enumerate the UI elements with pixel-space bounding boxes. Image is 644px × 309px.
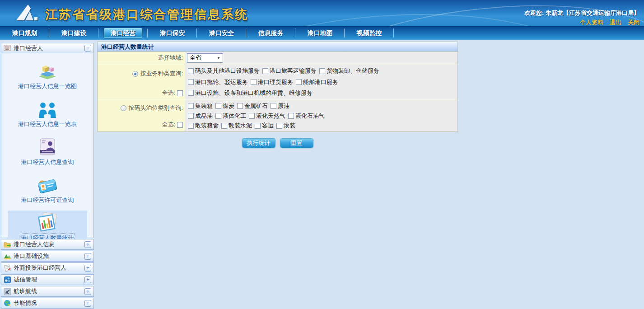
picture-icon <box>4 44 11 52</box>
nav-tab-1[interactable]: 港口规划 <box>0 27 49 39</box>
checkbox[interactable] <box>215 113 221 119</box>
close-link[interactable]: 关闭 <box>628 19 639 26</box>
checkbox[interactable] <box>296 79 302 85</box>
sidebar-collapsed-panel-5: 航班航线+ <box>1 286 94 297</box>
sidebar-item-4[interactable]: 港口经营许可证查询 <box>8 173 87 208</box>
checkbox-line: 散装粮食散装水泥客运滚装 <box>188 122 457 130</box>
checkbox[interactable] <box>188 113 194 119</box>
checkbox[interactable] <box>188 79 194 85</box>
checkbox[interactable] <box>288 113 294 119</box>
business-select-all-checkbox[interactable] <box>177 90 183 96</box>
people-icon <box>37 99 57 118</box>
sidebar-panel-title: 港口经营人 <box>14 44 84 52</box>
sidebar-panel-header[interactable]: 航班航线+ <box>1 286 93 296</box>
sidebar-item-label: 港口经营人信息一览表 <box>18 120 77 128</box>
checkbox[interactable] <box>188 90 194 96</box>
sidebar-panel-port-operators: 港口经营人 − 港口经营人信息一览图港口经营人信息一览表港口经营人信息查询港口经… <box>1 43 94 238</box>
form-title: 港口经营人数量统计 <box>98 42 457 52</box>
checkbox-label: 原油 <box>278 102 289 110</box>
nav-tab-label: 港口安全 <box>202 28 241 38</box>
nav-tab-label: 港口地图 <box>301 28 339 38</box>
checkbox-line: 港口拖轮、驳运服务港口理货服务船舶港口服务 <box>188 78 457 86</box>
checkbox[interactable] <box>276 123 282 129</box>
checkbox[interactable] <box>215 103 221 109</box>
welcome-text: 欢迎您: 朱新龙【江苏省交通运输厅港口局】 <box>524 9 639 17</box>
folder-icon <box>4 241 11 248</box>
license-card-icon <box>36 175 59 194</box>
foreign-invest-icon <box>4 264 11 272</box>
sidebar-panel-header[interactable]: 港口经营人信息+ <box>1 239 93 249</box>
checkbox-label: 金属矿石 <box>244 102 268 110</box>
sidebar-panel-header[interactable]: 诚信管理+ <box>1 275 93 285</box>
reset-button[interactable]: 重置 <box>280 139 313 148</box>
checkbox-label: 港口拖轮、驳运服务 <box>195 78 248 86</box>
checkbox-label: 散装粮食 <box>195 122 219 130</box>
checkbox-label: 货物装卸、仓储服务 <box>327 67 379 75</box>
checkbox[interactable] <box>237 103 243 109</box>
checkbox[interactable] <box>188 123 194 129</box>
nav-tab-2[interactable]: 港口建设 <box>49 27 98 39</box>
berth-select-all-checkbox[interactable] <box>177 122 183 128</box>
sidebar-panel-header[interactable]: 港口经营人 − <box>1 43 93 53</box>
nav-tab-7[interactable]: 港口地图 <box>295 27 345 39</box>
nav-tab-label: 港口规划 <box>5 28 44 38</box>
sidebar-item-1[interactable]: 港口经营人信息一览图 <box>8 59 87 94</box>
checkbox[interactable] <box>262 68 268 74</box>
idcard-purple-icon <box>38 137 57 156</box>
sidebar-panel-header[interactable]: 外商投资港口经营人+ <box>1 263 93 273</box>
sidebar-panel-title: 外商投资港口经营人 <box>14 264 84 272</box>
checkbox[interactable] <box>319 68 325 74</box>
checkbox[interactable] <box>271 103 276 109</box>
collapse-button[interactable]: − <box>84 45 91 52</box>
region-select[interactable]: 全省 ▼ <box>187 53 223 63</box>
nav-tab-8[interactable]: 视频监控 <box>345 27 394 39</box>
sidebar-items: 港口经营人信息一览图港口经营人信息一览表港口经营人信息查询港口经营许可证查询港口… <box>1 53 93 238</box>
nav-tab-4[interactable]: 港口保安 <box>148 27 197 39</box>
checkbox[interactable] <box>188 103 194 109</box>
sidebar-panel-title: 港口基础设施 <box>14 252 84 260</box>
profile-link[interactable]: 个人资料 <box>580 19 603 26</box>
sidebar-item-label: 港口经营人信息查询 <box>21 158 74 166</box>
checkbox-label: 液化石油气 <box>295 112 325 120</box>
checkbox[interactable] <box>221 123 227 129</box>
expand-button[interactable]: + <box>84 265 91 272</box>
checkbox[interactable] <box>188 68 194 74</box>
flight-icon <box>4 288 11 295</box>
region-select-value: 全省 <box>190 54 201 62</box>
checkbox-label: 煤炭 <box>223 102 234 110</box>
checkbox[interactable] <box>255 123 261 129</box>
nav-tab-label: 视频监控 <box>350 28 388 38</box>
nav-tab-label: 港口保安 <box>153 28 191 38</box>
sidebar-item-2[interactable]: 港口经营人信息一览表 <box>8 97 87 132</box>
sidebar-panel-header[interactable]: 港口基础设施+ <box>1 251 93 261</box>
nav-tab-5[interactable]: 港口安全 <box>197 27 246 39</box>
nav-tab-3[interactable]: 港口经营 <box>98 27 148 39</box>
logout-link[interactable]: 退出 <box>610 19 621 26</box>
sidebar-collapsed-panel-2: 港口基础设施+ <box>1 251 94 262</box>
berth-category-row: 按码头泊位类别查询: 全选: 集装箱煤炭金属矿石原油成品油液体化工液化天然气液化… <box>98 100 457 131</box>
expand-button[interactable]: + <box>84 288 91 295</box>
sidebar-item-3[interactable]: 港口经营人信息查询 <box>8 135 87 170</box>
expand-button[interactable]: + <box>84 300 91 307</box>
checkbox[interactable] <box>249 113 255 119</box>
business-select-all-label: 全选: <box>162 89 175 97</box>
berth-category-radio[interactable] <box>121 105 126 111</box>
checkbox-label: 客运 <box>262 122 274 130</box>
expand-button[interactable]: + <box>84 276 91 283</box>
business-type-radio-label: 按业务种类查询: <box>140 70 183 78</box>
expand-button[interactable]: + <box>84 241 91 248</box>
sidebar-panel-header[interactable]: 节能情况+ <box>1 298 93 308</box>
checkbox-line: 港口设施、设备和港口机械的租赁、维修服务 <box>188 89 457 97</box>
boxes-icon <box>37 61 58 80</box>
region-row: 选择地域: 全省 ▼ <box>98 52 457 64</box>
statistics-form: 港口经营人数量统计 选择地域: 全省 ▼ 按业务种类查询: <box>97 42 458 132</box>
checkbox[interactable] <box>251 79 257 85</box>
expand-button[interactable]: + <box>84 253 91 260</box>
nav-tab-label: 信息服务 <box>252 28 290 38</box>
business-type-options: 码头及其他港口设施服务港口旅客运输服务货物装卸、仓储服务港口拖轮、驳运服务港口理… <box>185 64 457 100</box>
execute-statistics-button[interactable]: 执行统计 <box>243 139 275 148</box>
nav-tab-6[interactable]: 信息服务 <box>246 27 295 39</box>
checkbox-label: 液体化工 <box>223 112 246 120</box>
form-buttons: 执行统计 重置 <box>97 139 458 148</box>
business-type-radio[interactable] <box>132 71 138 77</box>
